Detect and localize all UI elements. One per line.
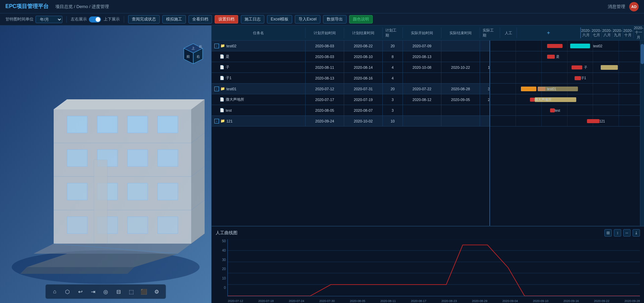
y-label-0: 0 [224, 286, 226, 290]
gantt-month-header: 2020-十月 [623, 28, 633, 38]
undo-btn[interactable]: ↩ [75, 287, 85, 297]
time-select[interactable]: 年/月 月/周 周/天 [36, 16, 62, 23]
labor-ctrl-2[interactable]: ↕ [614, 229, 621, 237]
table-cell [480, 41, 490, 51]
btn-color-legend[interactable]: 颜色说明 [349, 15, 373, 23]
task-name: 撒大声地所 [226, 97, 244, 102]
left-panel-3d: ℹ ⊞ 🔖 📷 ✎ 上 右 前 后 [0, 26, 211, 303]
btn-export-data[interactable]: 数据导出 [323, 15, 346, 23]
main: ℹ ⊞ 🔖 📷 ✎ 上 右 前 后 [0, 26, 644, 303]
rotate-btn[interactable]: ◎ [101, 287, 111, 297]
gantt-scroll-thumb[interactable] [641, 44, 644, 64]
header: EPC项目管理平台 项目总览 / Demo / 进度管理 消息管理 AD [0, 0, 644, 13]
table-cell [441, 116, 480, 126]
labor-ctrl-1[interactable]: ⊞ [604, 229, 612, 237]
y-label-40: 40 [222, 249, 226, 252]
table-cell [441, 41, 480, 51]
folder-icon: 📁 [220, 87, 225, 91]
gantt-months-header: 2020-六月2020-七月2020-八月2020-九月2020-十月2020-… [580, 28, 644, 38]
gantt-bar [521, 87, 536, 91]
breadcrumb: 项目总览 / Demo / 进度管理 [55, 4, 109, 10]
table-cell: 2020-08-03 [306, 41, 344, 51]
toolbar: 甘特图时间单位 年/月 月/周 周/天 左右展示 上下展示 查阅完成状态 模拟施… [0, 13, 644, 26]
btn-archive-all[interactable]: 全看归档 [189, 15, 212, 23]
table-row[interactable]: 📄是2020-08-032020-08-1082020-08-1310+ [212, 51, 489, 62]
expand-icon[interactable]: - [214, 119, 219, 123]
task-name: 子1 [226, 75, 231, 81]
table-cell: 2020-07-31 [344, 84, 383, 94]
table-cell: 2020-10-22 [441, 62, 480, 72]
table-row[interactable]: 📄子12020-08-132020-08-16430+ [212, 73, 489, 84]
table-cell [480, 116, 490, 126]
btn-simulate[interactable]: 模拟施工 [162, 15, 186, 23]
task-name: 子 [226, 65, 229, 70]
x-label-5: 2020-08-05 [350, 299, 365, 303]
table-cell: 10 [383, 116, 403, 126]
task-name: 121 [226, 119, 232, 123]
table-header: 任务名 计划开始时间 计划结束时间 计划工期 实际开始时间 实际结束时间 实际工… [212, 26, 644, 41]
wireframe-btn[interactable]: ⬡ [62, 287, 72, 297]
th-labor: 人工 [500, 28, 517, 38]
table-row[interactable]: -📁test022020-08-032020-08-22202020-07-09… [212, 41, 489, 51]
table-cell: 2020-10-08 [403, 62, 441, 72]
btn-set-archive[interactable]: 设置归档 [215, 15, 238, 23]
file-icon: 📄 [220, 76, 224, 80]
table-cell: 2020-08-03 [306, 51, 344, 62]
file-icon: 📄 [220, 108, 224, 112]
y-label-20: 20 [222, 267, 226, 271]
labor-ctrl-3[interactable]: ↔ [623, 229, 631, 237]
gantt-row: test01 [490, 84, 644, 94]
message-button[interactable]: 消息管理 [608, 4, 625, 10]
svg-text:前: 前 [186, 55, 190, 58]
btn-check-status[interactable]: 查阅完成状态 [128, 15, 160, 23]
x-label-11: 2020-09-10 [533, 299, 548, 303]
table-row[interactable]: 📄撒大声地所2020-07-172020-07-1932020-08-12202… [212, 94, 489, 105]
gantt-scrollbar[interactable] [640, 41, 644, 226]
bar-label: test [555, 108, 560, 112]
svg-rect-33 [127, 217, 148, 234]
section-btn[interactable]: ⬚ [126, 287, 136, 297]
table-cell [441, 105, 480, 115]
settings-btn[interactable]: ⚙ [152, 287, 162, 297]
table-row[interactable]: -📁test012020-07-122020-07-31202020-07-22… [212, 84, 489, 94]
gantt-bar [570, 44, 590, 48]
header-right: 消息管理 AD [608, 2, 639, 11]
top-bottom-label: 上下展示 [104, 16, 120, 22]
table-cell [480, 73, 490, 83]
gantt-bar [547, 44, 562, 48]
file-icon: 📄 [220, 65, 224, 69]
table-row[interactable]: -📁1212020-09-242020-10-0210+ [212, 116, 489, 127]
gantt-bar [572, 65, 582, 69]
btn-excel-template[interactable]: Excel模板 [267, 15, 292, 23]
cube-navigation[interactable]: 上 右 前 后 [181, 42, 206, 67]
btn-import-excel[interactable]: 导入Excel [295, 15, 320, 23]
home-view-btn[interactable]: ⌂ [50, 287, 60, 297]
table-cell: 8 [383, 51, 403, 62]
explode-btn[interactable]: ⬛ [139, 287, 149, 297]
labor-ctrl-4[interactable]: ⤓ [633, 229, 640, 237]
labor-chart: 人工曲线图 ⊞ ↕ ↔ ⤓ 50 40 30 20 10 0 [212, 226, 644, 303]
table-row[interactable]: 📄test2020-08-052020-08-073+ [212, 105, 489, 116]
bar-label: 子 [584, 65, 587, 70]
svg-rect-30 [158, 183, 178, 200]
divider-1 [66, 16, 67, 23]
table-cell: 2020-08-22 [344, 41, 383, 51]
add-task-btn[interactable]: + [547, 30, 550, 36]
table-cell: 15 [480, 62, 490, 72]
table-row[interactable]: 📄子2020-08-112020-08-1442020-10-082020-10… [212, 62, 489, 73]
left-right-toggle[interactable] [89, 16, 101, 22]
divider-2 [124, 16, 124, 23]
task-name: test02 [226, 44, 236, 48]
expand-icon[interactable]: - [214, 87, 219, 91]
btn-log[interactable]: 施工日志 [241, 15, 264, 23]
table-cell: 2020-08-07 [344, 105, 383, 115]
expand-icon[interactable]: - [214, 44, 219, 48]
table-cell [403, 105, 441, 115]
gantt-month-header: 2020-九月 [612, 28, 623, 38]
x-label-1: 2020-07-12 [228, 299, 243, 303]
avatar: AD [629, 2, 639, 11]
table-cell: 2020-07-19 [344, 94, 383, 105]
isolate-btn[interactable]: ⊟ [113, 287, 123, 297]
selection-btn[interactable]: ⇥ [88, 287, 98, 297]
table-cell: 2020-08-28 [441, 84, 480, 94]
